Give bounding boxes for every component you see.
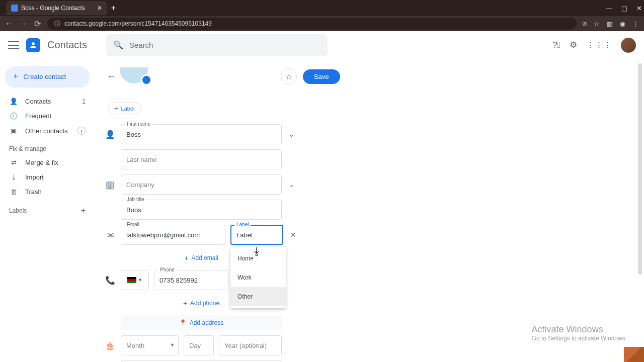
person-icon: 👤 (105, 130, 116, 139)
profile-icon[interactable]: ◉ (620, 20, 625, 28)
dropdown-other[interactable]: Other (230, 287, 286, 306)
labels-header: Labels (9, 207, 27, 214)
sidebar-item-merge[interactable]: ⇄ Merge & fix (3, 155, 92, 170)
scrollbar[interactable] (637, 63, 643, 358)
app-title: Contacts (47, 39, 87, 51)
sidebar-item-label: Other contacts (25, 127, 68, 135)
plus-icon: + (114, 105, 118, 112)
flag-icon (127, 277, 136, 283)
back-icon[interactable]: ← (5, 20, 13, 28)
corner-widget (624, 347, 644, 362)
scrollbar-thumb[interactable] (638, 63, 642, 275)
menu-icon[interactable]: ⋮ (632, 20, 639, 28)
search-input[interactable] (129, 41, 320, 49)
info-icon[interactable]: i (77, 127, 86, 135)
browser-titlebar: Boss - Google Contacts ✕ + — ▢ ✕ (0, 0, 644, 16)
add-label-chip[interactable]: + Label (108, 103, 141, 114)
phone-input[interactable] (154, 270, 228, 290)
first-name-label: First name (125, 121, 152, 127)
tab-title: Boss - Google Contacts (21, 5, 85, 12)
tab-favicon (11, 5, 18, 12)
add-address-link[interactable]: 📍 Add address (121, 315, 282, 330)
location-icon: 📍 (179, 319, 187, 326)
windows-watermark: Activate Windows Go to Settings to activ… (532, 324, 627, 342)
last-name-input[interactable] (121, 149, 282, 169)
sidebar-item-frequent[interactable]: 🕘 Frequent (3, 109, 92, 123)
cake-icon: 🎂 (105, 341, 116, 350)
email-input[interactable] (121, 225, 225, 245)
extension-icon[interactable]: ▥ (607, 20, 613, 28)
sidebar: + Create contact 👤 Contacts 1 🕘 Frequent… (0, 59, 95, 362)
sidebar-item-label: Contacts (25, 98, 51, 105)
close-tab-icon[interactable]: ✕ (97, 5, 102, 12)
sidebar-item-label: Import (25, 173, 44, 181)
chevron-down-icon: ▼ (138, 278, 142, 283)
new-tab-button[interactable]: + (111, 4, 116, 13)
maximize-icon[interactable]: ▢ (621, 5, 627, 12)
add-phone-text: Add phone (190, 300, 219, 307)
bookmark-icon[interactable]: ☆ (594, 20, 600, 28)
dropdown-work[interactable]: Work (230, 268, 286, 287)
add-photo-icon[interactable] (141, 74, 152, 85)
save-button[interactable]: Save (303, 69, 340, 84)
app-logo (26, 38, 40, 52)
forward-icon[interactable]: → (19, 20, 27, 28)
reload-icon[interactable]: ⟳ (33, 20, 41, 28)
dropdown-home[interactable]: Home (230, 249, 286, 268)
add-address-text: Add address (190, 319, 223, 326)
email-type-input[interactable] (230, 225, 283, 245)
settings-icon[interactable]: ⚙ (570, 40, 577, 50)
email-label: Email (125, 222, 141, 227)
plus-icon: + (184, 254, 188, 262)
job-title-label: Job title (125, 197, 146, 202)
back-button[interactable]: ← (105, 69, 118, 84)
email-type-label: Label (234, 222, 251, 227)
building-icon: 🏢 (105, 180, 116, 190)
merge-icon: ⇄ (9, 159, 18, 166)
apps-icon[interactable]: ⋮⋮⋮ (586, 40, 612, 50)
install-icon[interactable]: ⎚ (583, 20, 587, 28)
chevron-down-icon: ▼ (170, 342, 175, 347)
plus-icon: + (183, 299, 187, 307)
hamburger-icon[interactable] (8, 41, 19, 49)
watermark-title: Activate Windows (532, 324, 627, 335)
expand-name-icon[interactable]: ⌄ (287, 129, 296, 140)
minimize-icon[interactable]: — (606, 5, 612, 12)
content-area: ← ☆ Save + Label 👤 First name (95, 59, 644, 362)
url-field[interactable]: ⓘ contacts.google.com/person/c1547146354… (47, 18, 577, 30)
sidebar-item-label: Frequent (25, 112, 51, 120)
plus-icon: + (13, 71, 19, 82)
close-window-icon[interactable]: ✕ (636, 5, 642, 12)
email-icon: ✉ (105, 230, 116, 240)
create-contact-button[interactable]: + Create contact (5, 66, 90, 87)
add-label-icon[interactable]: + (81, 206, 86, 215)
archive-icon: ▣ (9, 127, 18, 135)
job-title-input[interactable] (121, 200, 282, 220)
sidebar-item-contacts[interactable]: 👤 Contacts 1 (3, 94, 92, 109)
day-input[interactable] (184, 335, 214, 355)
remove-email-icon[interactable]: ✕ (288, 229, 298, 241)
browser-tab[interactable]: Boss - Google Contacts ✕ (6, 1, 107, 15)
help-icon[interactable]: ?⃝ (552, 40, 560, 50)
sidebar-item-import[interactable]: ⤓ Import (3, 170, 92, 185)
sidebar-item-trash[interactable]: 🗑 Trash (3, 185, 92, 199)
expand-company-icon[interactable]: ⌄ (287, 179, 296, 191)
star-button[interactable]: ☆ (281, 68, 297, 84)
create-contact-label: Create contact (24, 73, 66, 80)
trash-icon: 🗑 (9, 188, 18, 196)
contact-avatar[interactable] (120, 67, 148, 83)
sidebar-item-label: Trash (25, 188, 42, 196)
sidebar-item-other[interactable]: ▣ Other contacts i (3, 123, 92, 138)
import-icon: ⤓ (9, 173, 18, 181)
account-avatar[interactable] (621, 38, 636, 53)
company-input[interactable] (121, 174, 282, 195)
search-box[interactable]: 🔍 (106, 34, 328, 56)
country-select[interactable]: ▼ (121, 270, 149, 290)
fix-manage-header: Fix & manage (3, 138, 92, 155)
phone-icon: 📞 (105, 276, 116, 285)
url-text: contacts.google.com/person/c154714635450… (64, 20, 212, 27)
clock-icon: 🕘 (9, 112, 18, 120)
first-name-input[interactable] (121, 124, 282, 144)
person-icon: 👤 (9, 98, 18, 105)
year-input[interactable] (219, 335, 282, 355)
